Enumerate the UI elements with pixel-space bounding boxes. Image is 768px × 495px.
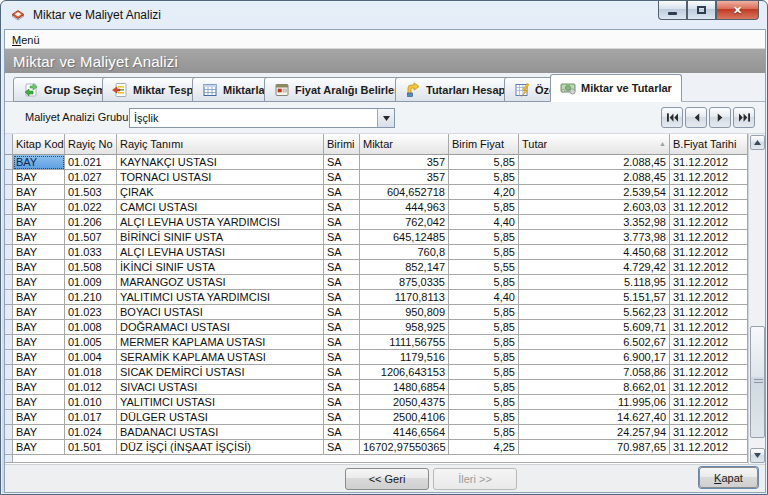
menu-item-menu[interactable]: Menü [5,31,47,48]
row-selector[interactable] [5,320,13,335]
cell-kitap_kodu[interactable]: BAY [13,335,65,350]
cell-tutar[interactable]: 2.088,45 [519,170,670,185]
cell-b_fiyat_tarihi[interactable]: 31.12.2012 [670,155,748,170]
row-selector[interactable] [5,380,13,395]
row-selector[interactable] [5,215,13,230]
cell-rayic_no[interactable]: 01.010 [65,395,117,410]
cell-rayic_no[interactable]: 01.501 [65,440,117,455]
table-row[interactable]: BAY01.018SICAK DEMİRCİ USTASISA1206,6431… [5,365,748,380]
cell-b_fiyat_tarihi[interactable]: 31.12.2012 [670,320,748,335]
column-header-miktar[interactable]: Miktar [360,134,449,155]
minimize-button[interactable] [658,1,687,20]
cell-birim_fiyat[interactable]: 5,85 [449,425,519,440]
column-header-tutar[interactable]: Tutar▲ [519,134,670,155]
cell-rayic_tanimi[interactable]: CAMCI USTASI [117,200,324,215]
maliyet-analizi-grubu-combobox[interactable]: İşçlik [129,108,395,128]
cell-tutar[interactable]: 4.450,68 [519,245,670,260]
cell-birimi[interactable]: SA [324,320,360,335]
cell-miktar[interactable]: 958,925 [360,320,449,335]
table-row[interactable]: BAY01.021KAYNAKÇI USTASISA3575,852.088,4… [5,155,748,170]
cell-kitap_kodu[interactable]: BAY [13,275,65,290]
cell-miktar[interactable]: 357 [360,155,449,170]
row-selector[interactable] [5,305,13,320]
cell-tutar[interactable]: 2.603,03 [519,200,670,215]
cell-rayic_tanimi[interactable]: SERAMİK KAPLAMA USTASI [117,350,324,365]
cell-birim_fiyat[interactable]: 4,25 [449,440,519,455]
combobox-dropdown-button[interactable] [377,109,394,127]
cell-rayic_tanimi[interactable]: KAYNAKÇI USTASI [117,155,324,170]
cell-tutar[interactable]: 7.058,86 [519,365,670,380]
cell-b_fiyat_tarihi[interactable]: 31.12.2012 [670,200,748,215]
cell-birimi[interactable]: SA [324,230,360,245]
row-selector[interactable] [5,260,13,275]
cell-birim_fiyat[interactable]: 4,20 [449,185,519,200]
cell-miktar[interactable]: 1179,516 [360,350,449,365]
table-row[interactable]: BAY01.508İKİNCİ SINIF USTASA852,1475,554… [5,260,748,275]
close-button[interactable]: ✕ [716,1,759,20]
cell-tutar[interactable]: 5.151,57 [519,290,670,305]
row-selector[interactable] [5,425,13,440]
cell-kitap_kodu[interactable]: BAY [13,230,65,245]
row-selector[interactable] [5,350,13,365]
cell-kitap_kodu[interactable]: BAY [13,215,65,230]
cell-rayic_no[interactable]: 01.008 [65,320,117,335]
kapat-button[interactable]: Kapat [699,467,758,488]
cell-rayic_tanimi[interactable]: DÜLGER USTASI [117,410,324,425]
cell-birimi[interactable]: SA [324,290,360,305]
cell-miktar[interactable]: 1206,643153 [360,365,449,380]
cell-birim_fiyat[interactable]: 5,85 [449,305,519,320]
cell-b_fiyat_tarihi[interactable]: 31.12.2012 [670,350,748,365]
row-selector[interactable] [5,410,13,425]
cell-rayic_no[interactable]: 01.023 [65,305,117,320]
cell-b_fiyat_tarihi[interactable]: 31.12.2012 [670,365,748,380]
cell-b_fiyat_tarihi[interactable]: 31.12.2012 [670,185,748,200]
cell-rayic_no[interactable]: 01.012 [65,380,117,395]
cell-tutar[interactable]: 6.900,17 [519,350,670,365]
table-row[interactable]: BAY01.503ÇIRAKSA604,6527184,202.539,5431… [5,185,748,200]
cell-tutar[interactable]: 24.257,94 [519,425,670,440]
cell-kitap_kodu[interactable]: BAY [13,290,65,305]
cell-rayic_no[interactable]: 01.021 [65,155,117,170]
cell-rayic_no[interactable]: 01.022 [65,200,117,215]
table-row[interactable]: BAY01.027TORNACI USTASISA3575,852.088,45… [5,170,748,185]
cell-rayic_tanimi[interactable]: İKİNCİ SINIF USTA [117,260,324,275]
cell-rayic_tanimi[interactable]: MERMER KAPLAMA USTASI [117,335,324,350]
cell-birimi[interactable]: SA [324,155,360,170]
cell-kitap_kodu[interactable]: BAY [13,245,65,260]
record-next-button[interactable] [709,107,731,128]
cell-birimi[interactable]: SA [324,365,360,380]
cell-rayic_no[interactable]: 01.017 [65,410,117,425]
cell-kitap_kodu[interactable]: BAY [13,365,65,380]
cell-kitap_kodu[interactable]: BAY [13,395,65,410]
record-first-button[interactable] [661,107,683,128]
cell-miktar[interactable]: 604,652718 [360,185,449,200]
cell-birim_fiyat[interactable]: 5,85 [449,155,519,170]
cell-birim_fiyat[interactable]: 5,85 [449,350,519,365]
cell-kitap_kodu[interactable]: BAY [13,170,65,185]
cell-birimi[interactable]: SA [324,245,360,260]
column-header-birimi[interactable]: Birimi [324,134,360,155]
table-row[interactable]: BAY01.206ALÇI LEVHA USTA YARDIMCISISA762… [5,215,748,230]
cell-birimi[interactable]: SA [324,350,360,365]
cell-rayic_no[interactable]: 01.210 [65,290,117,305]
cell-miktar[interactable]: 16702,97550365 [360,440,449,455]
cell-kitap_kodu[interactable]: BAY [13,200,65,215]
cell-rayic_tanimi[interactable]: BADANACI USTASI [117,425,324,440]
cell-birim_fiyat[interactable]: 5,85 [449,200,519,215]
cell-rayic_tanimi[interactable]: DOĞRAMACI USTASI [117,320,324,335]
table-row[interactable]: BAY01.023BOYACI USTASISA950,8095,855.562… [5,305,748,320]
maximize-button[interactable] [687,1,716,20]
table-row[interactable]: BAY01.009MARANGOZ USTASISA875,03355,855.… [5,275,748,290]
cell-birim_fiyat[interactable]: 5,85 [449,335,519,350]
cell-miktar[interactable]: 852,147 [360,260,449,275]
cell-b_fiyat_tarihi[interactable]: 31.12.2012 [670,215,748,230]
cell-birimi[interactable]: SA [324,215,360,230]
cell-b_fiyat_tarihi[interactable]: 31.12.2012 [670,260,748,275]
vertical-scrollbar[interactable] [748,134,765,464]
cell-miktar[interactable]: 875,0335 [360,275,449,290]
cell-b_fiyat_tarihi[interactable]: 31.12.2012 [670,395,748,410]
cell-rayic_no[interactable]: 01.004 [65,350,117,365]
cell-rayic_no[interactable]: 01.206 [65,215,117,230]
cell-miktar[interactable]: 760,8 [360,245,449,260]
cell-rayic_no[interactable]: 01.508 [65,260,117,275]
